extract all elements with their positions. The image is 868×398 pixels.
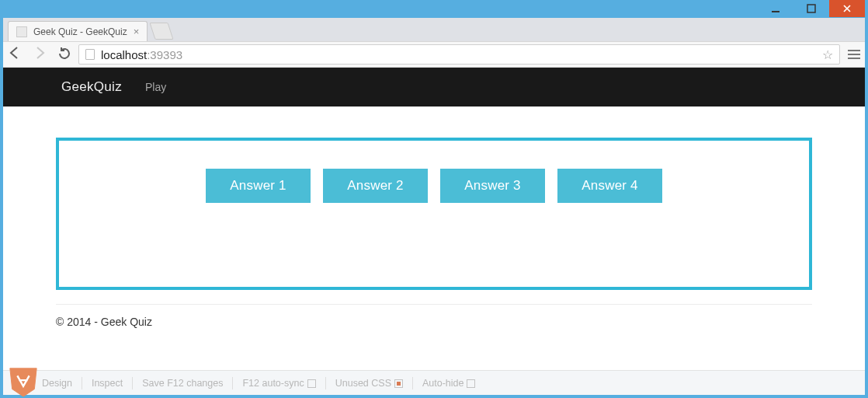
bl-inspect[interactable]: Inspect bbox=[92, 378, 123, 389]
address-bar[interactable]: localhost:39393 ☆ bbox=[78, 44, 840, 65]
favicon-icon bbox=[16, 26, 27, 37]
separator bbox=[82, 377, 82, 389]
footer-copyright: © 2014 - Geek Quiz bbox=[56, 316, 812, 328]
bl-unused-label: Unused CSS bbox=[335, 378, 391, 389]
bl-autohide-label: Auto-hide bbox=[422, 378, 464, 389]
nav-buttons bbox=[8, 46, 71, 63]
close-button[interactable] bbox=[829, 0, 865, 17]
url-text: localhost:39393 bbox=[101, 48, 182, 61]
svg-rect-0 bbox=[772, 11, 779, 12]
answer-button-4[interactable]: Answer 4 bbox=[557, 169, 662, 203]
bookmark-star-icon[interactable]: ☆ bbox=[822, 47, 833, 62]
bl-autosync-label: F12 auto-sync bbox=[242, 378, 304, 389]
bl-autohide[interactable]: Auto-hide bbox=[422, 378, 476, 389]
bl-unused[interactable]: Unused CSS bbox=[335, 378, 403, 389]
checkbox-icon[interactable] bbox=[307, 379, 316, 388]
quiz-panel: Answer 1 Answer 2 Answer 3 Answer 4 bbox=[56, 138, 812, 290]
answer-button-1[interactable]: Answer 1 bbox=[206, 169, 311, 203]
toolbar: localhost:39393 ☆ bbox=[3, 41, 865, 68]
separator bbox=[132, 377, 133, 389]
new-tab-button[interactable] bbox=[150, 23, 174, 40]
separator bbox=[232, 377, 233, 389]
page-viewport: GeekQuiz Play Answer 1 Answer 2 Answer 3… bbox=[3, 68, 865, 395]
bl-autosync[interactable]: F12 auto-sync bbox=[242, 378, 315, 389]
answer-button-3[interactable]: Answer 3 bbox=[440, 169, 545, 203]
answer-button-2[interactable]: Answer 2 bbox=[323, 169, 428, 203]
back-button[interactable] bbox=[8, 46, 22, 63]
checkbox-icon[interactable] bbox=[394, 379, 403, 388]
tab-close-icon[interactable]: × bbox=[134, 26, 140, 37]
minimize-button[interactable] bbox=[758, 0, 793, 17]
tab-strip: Geek Quiz - GeekQuiz × bbox=[3, 18, 865, 41]
url-port: :39393 bbox=[147, 48, 182, 61]
menu-button[interactable] bbox=[848, 50, 860, 59]
forward-button[interactable] bbox=[33, 46, 47, 63]
checkbox-icon[interactable] bbox=[467, 379, 475, 388]
divider bbox=[56, 304, 812, 305]
separator bbox=[412, 377, 413, 389]
bl-design[interactable]: Design bbox=[42, 378, 72, 389]
page-body: Answer 1 Answer 2 Answer 3 Answer 4 © 20… bbox=[3, 106, 865, 395]
brand-link[interactable]: GeekQuiz bbox=[61, 79, 122, 95]
reload-button[interactable] bbox=[57, 47, 71, 63]
site-navbar: GeekQuiz Play bbox=[3, 68, 865, 106]
url-host: localhost bbox=[101, 48, 147, 61]
svg-rect-1 bbox=[807, 5, 815, 12]
os-titlebar bbox=[0, 0, 868, 18]
nav-link-play[interactable]: Play bbox=[145, 81, 166, 93]
maximize-button[interactable] bbox=[793, 0, 829, 17]
page-icon bbox=[85, 49, 95, 60]
separator bbox=[325, 377, 326, 389]
bl-save[interactable]: Save F12 changes bbox=[142, 378, 223, 389]
browser-tab[interactable]: Geek Quiz - GeekQuiz × bbox=[8, 21, 148, 41]
tab-title: Geek Quiz - GeekQuiz bbox=[33, 26, 127, 37]
browser-frame: Geek Quiz - GeekQuiz × localhost:39393 ☆ bbox=[3, 18, 865, 395]
browserlink-toolbar: Design Inspect Save F12 changes F12 auto… bbox=[3, 370, 865, 395]
vs-shield-icon[interactable] bbox=[8, 365, 39, 398]
